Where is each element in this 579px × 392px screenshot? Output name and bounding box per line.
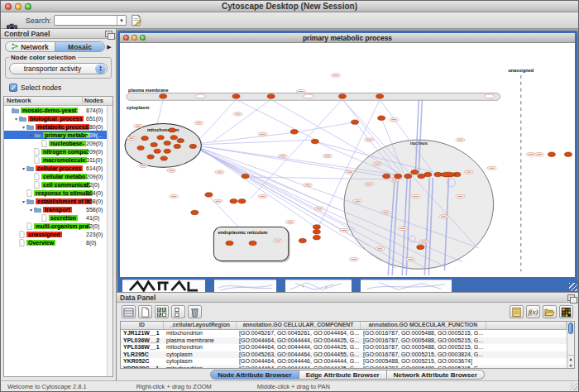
network-node[interactable] bbox=[141, 136, 148, 141]
network-node[interactable] bbox=[411, 170, 419, 174]
tree-row[interactable]: nitrogen compo209(0) bbox=[4, 147, 112, 155]
table-row[interactable]: YPL036W__1mitochondrion[GO:0044464, GO:0… bbox=[121, 344, 567, 351]
network-node[interactable] bbox=[169, 128, 175, 132]
tab-mosaic[interactable]: Mosaic bbox=[55, 42, 104, 51]
tree-row[interactable]: ▾primary metabo209(... bbox=[4, 131, 112, 139]
column-header[interactable]: ID bbox=[121, 322, 164, 329]
network-node[interactable] bbox=[313, 235, 320, 239]
background-window-sliver[interactable] bbox=[122, 280, 205, 292]
background-window-edge[interactable] bbox=[352, 280, 361, 292]
expander-icon[interactable]: ▾ bbox=[21, 124, 26, 130]
tree-row[interactable]: mosaic-demo-yeast874(0) bbox=[4, 106, 112, 114]
float-data-panel-icon[interactable] bbox=[567, 294, 575, 301]
network-node[interactable] bbox=[352, 120, 359, 124]
tree-row[interactable]: ▾cellular process614(0) bbox=[4, 164, 112, 172]
tree-col-nodes[interactable]: Nodes bbox=[83, 97, 112, 105]
network-node[interactable] bbox=[311, 139, 318, 143]
network-node-small[interactable] bbox=[195, 94, 205, 98]
select-attributes-icon[interactable] bbox=[155, 305, 169, 318]
network-node[interactable] bbox=[249, 241, 256, 245]
tab-edge-attribute-browser[interactable]: Edge Attribute Browser bbox=[299, 370, 387, 380]
table-mode-icon[interactable] bbox=[122, 305, 136, 318]
network-node[interactable] bbox=[226, 241, 233, 245]
float-panel-icon[interactable] bbox=[105, 31, 112, 37]
tree-row[interactable]: nucleobase-209(0) bbox=[4, 139, 112, 147]
table-row[interactable]: YLR295Ccytoplasm[GO:0045263, GO:0044464,… bbox=[121, 351, 567, 359]
network-node[interactable] bbox=[313, 225, 320, 229]
network-node[interactable] bbox=[267, 94, 275, 98]
import-attributes-icon[interactable] bbox=[543, 305, 557, 318]
network-node[interactable] bbox=[376, 94, 384, 98]
network-node[interactable] bbox=[230, 199, 237, 203]
background-window-edge[interactable] bbox=[205, 280, 214, 292]
background-window-sliver[interactable] bbox=[361, 280, 452, 292]
background-window-sliver[interactable] bbox=[214, 280, 276, 292]
column-header[interactable]: annotation.GO CELLULAR_COMPONENT bbox=[237, 322, 361, 329]
node-color-dropdown[interactable]: transporter activity ▲▼ bbox=[9, 63, 108, 74]
new-attribute-icon[interactable] bbox=[138, 305, 152, 318]
network-node[interactable] bbox=[205, 193, 213, 197]
tree-row[interactable]: unassigned223(0) bbox=[4, 230, 112, 238]
search-input[interactable] bbox=[55, 16, 117, 25]
network-node[interactable] bbox=[548, 152, 555, 156]
tab-network-attribute-browser[interactable]: Network Attribute Browser bbox=[387, 370, 485, 380]
table-scrollbar-thumb[interactable] bbox=[568, 323, 573, 334]
tree-row[interactable]: cellular metabo209(0) bbox=[4, 172, 112, 180]
network-node[interactable] bbox=[440, 172, 455, 177]
column-header[interactable]: annotation.GO MOLECULAR_FUNCTION bbox=[361, 322, 486, 329]
network-node[interactable] bbox=[290, 130, 298, 134]
tab-node-attribute-browser[interactable]: Node Attribute Browser bbox=[210, 370, 299, 380]
network-node[interactable] bbox=[191, 210, 199, 214]
network-node[interactable] bbox=[313, 230, 320, 234]
expander-icon[interactable]: ▾ bbox=[13, 116, 19, 122]
attribute-batch-icon[interactable] bbox=[510, 305, 524, 318]
expander-icon[interactable]: ▾ bbox=[21, 165, 26, 171]
network-node[interactable] bbox=[147, 155, 154, 159]
network-node[interactable] bbox=[232, 94, 240, 98]
network-node[interactable] bbox=[418, 174, 425, 178]
network-window-titlebar[interactable]: primary metabolic process bbox=[120, 33, 575, 43]
network-node[interactable] bbox=[154, 149, 160, 153]
background-window-edge[interactable] bbox=[276, 280, 285, 292]
network-node[interactable] bbox=[174, 144, 180, 148]
expander-icon[interactable]: ▾ bbox=[28, 132, 34, 138]
network-node[interactable] bbox=[177, 139, 184, 143]
tab-network[interactable]: Network bbox=[6, 42, 55, 51]
network-node[interactable] bbox=[564, 152, 572, 156]
table-row[interactable]: YDR039C__1mitochondrion[GO:0044464, GO:0… bbox=[121, 366, 567, 368]
table-scrollbar-arrows[interactable]: ▲▼ bbox=[567, 355, 574, 368]
network-node-small[interactable] bbox=[485, 94, 495, 98]
tree-row[interactable]: macromolecule311(0) bbox=[4, 155, 112, 164]
network-node[interactable] bbox=[417, 245, 424, 249]
network-node[interactable] bbox=[137, 146, 144, 150]
network-node[interactable] bbox=[189, 144, 196, 148]
tree-row[interactable]: ▾transport558(0) bbox=[4, 205, 112, 213]
table-row[interactable]: YKR052Ccytoplasm[GO:0044464, GO:0044446,… bbox=[121, 358, 567, 366]
network-node[interactable] bbox=[157, 136, 164, 140]
network-node[interactable] bbox=[299, 238, 306, 242]
tree-row[interactable]: cell communicat22(0) bbox=[4, 180, 112, 189]
background-window-sliver[interactable] bbox=[285, 280, 352, 292]
network-node[interactable] bbox=[164, 149, 170, 153]
table-scrollbar[interactable]: ▲▼ bbox=[567, 322, 574, 368]
network-node[interactable] bbox=[378, 116, 385, 120]
window-resize-grip[interactable] bbox=[569, 283, 577, 291]
tree-row[interactable]: multi-organism pro42(0) bbox=[4, 222, 112, 230]
tree-row[interactable]: response to stimulu264(0) bbox=[4, 189, 112, 197]
expander-icon[interactable]: ▾ bbox=[28, 207, 34, 213]
annotation-icon[interactable] bbox=[128, 13, 143, 27]
tree-col-network[interactable]: Network bbox=[4, 97, 83, 105]
tree-row[interactable]: ▾establishment of lo558(0) bbox=[4, 197, 112, 205]
network-node[interactable] bbox=[242, 174, 249, 178]
select-nodes-checkbox[interactable]: ✓ bbox=[9, 84, 17, 92]
expander-icon[interactable]: ▾ bbox=[21, 198, 26, 204]
search-dropdown-arrow-icon[interactable]: ▼ bbox=[117, 16, 126, 25]
delete-attribute-icon[interactable] bbox=[188, 305, 202, 318]
app-resize-grip[interactable] bbox=[570, 383, 577, 390]
tree-row[interactable]: secretion41(0) bbox=[4, 213, 112, 222]
network-node[interactable] bbox=[160, 94, 167, 98]
formula-icon[interactable]: f(x) bbox=[526, 305, 540, 318]
network-canvas[interactable]: plasma membranecytoplasmnucleusunassigne… bbox=[120, 43, 575, 277]
tree-row[interactable]: Overview8(0) bbox=[4, 238, 112, 246]
network-node[interactable] bbox=[151, 142, 157, 146]
